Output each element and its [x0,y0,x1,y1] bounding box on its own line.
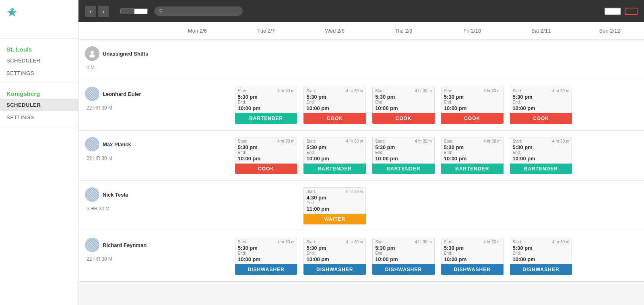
sidebar-nav-scheduler-konigsberg[interactable]: SCHEDULER [0,99,78,111]
shift-card[interactable]: Start:4 hr 30 m5:30 pmEnd:10:00 pmDISHWA… [510,238,572,275]
shift-info-row-start: Start:4 hr 30 m [238,89,295,93]
shift-role-label[interactable]: BARTENDER [510,164,572,174]
job-view-button[interactable] [134,8,148,14]
shift-end-time: 10:00 pm [238,156,295,162]
svg-point-3 [91,51,94,54]
shift-card[interactable]: Start:6 hr 30 m4:30 pmEnd:11:00 pmWAITER [303,187,366,224]
day-header-tue-2-7: Tue 2/7 [232,22,301,39]
end-label: End: [444,100,452,104]
day-header-wed-2-8: Wed 2/8 [300,22,369,39]
end-label: End: [238,251,246,255]
shift-role-label[interactable]: WAITER [303,214,366,224]
unpublish-week-button[interactable] [625,8,638,15]
shift-duration: 4 hr 30 m [415,89,432,93]
employee-hours: 22 HR 30 M [85,256,112,262]
next-week-button[interactable]: › [98,6,109,17]
shift-start-time: 4:30 pm [306,195,363,201]
shift-info-row-end: End: [375,251,432,255]
start-label: Start: [444,89,454,93]
shift-role-label[interactable]: DISHWASHER [372,264,435,275]
shift-cell-day-1: Start:4 hr 30 m5:30 pmEnd:10:00 pmBARTEN… [232,85,301,125]
shift-info-row-start: Start:4 hr 30 m [513,240,570,244]
day-header-fri-2-10: Fri 2/10 [438,22,507,39]
shift-role-label[interactable]: DISHWASHER [235,264,297,275]
end-label: End: [375,251,384,255]
shift-card[interactable]: Start:4 hr 30 m5:30 pmEnd:10:00 pmDISHWA… [235,238,297,275]
shift-info-row-start: Start:4 hr 30 m [306,240,363,244]
shift-end-time: 10:00 pm [444,256,501,262]
shift-card[interactable]: Start:4 hr 30 m5:30 pmEnd:10:00 pmBARTEN… [510,137,572,174]
shift-role-label[interactable]: COOK [510,113,572,124]
shift-role-label[interactable]: BARTENDER [235,113,297,124]
shift-card[interactable]: Start:4 hr 30 m5:30 pmEnd:10:00 pmCOOK [441,87,504,124]
shift-cell-day-5 [507,186,576,226]
shift-info-row-start: Start:4 hr 30 m [513,89,570,93]
shift-info-row-start: Start:4 hr 30 m [513,139,570,143]
shift-card[interactable]: Start:4 hr 30 m5:30 pmEnd:10:00 pmDISHWA… [441,238,504,275]
avatar [85,238,99,252]
shift-card[interactable]: Start:4 hr 30 m5:30 pmEnd:10:00 pmBARTEN… [372,137,435,174]
shift-start-time: 5:30 pm [513,144,570,150]
shift-card[interactable]: Start:4 hr 30 m5:30 pmEnd:10:00 pmCOOK [235,137,297,174]
shift-card[interactable]: Start:4 hr 30 m5:30 pmEnd:10:00 pmDISHWA… [303,238,366,275]
sidebar-nav-settings-st.-louis[interactable]: SETTINGS [0,67,78,79]
shift-card[interactable]: Start:4 hr 30 m5:30 pmEnd:10:00 pmBARTEN… [235,87,297,124]
topbar: ‹ › ⚲ [78,0,644,22]
shift-info-row-end: End: [513,100,570,104]
shift-duration: 4 hr 30 m [483,139,500,143]
avatar [85,87,99,101]
employee-header: Unassigned Shifts [85,46,148,61]
shift-info-row-end: End: [238,150,295,155]
shift-info-row-end: End: [306,201,363,205]
shift-card[interactable]: Start:4 hr 30 m5:30 pmEnd:10:00 pmBARTEN… [441,137,504,174]
shift-info: Start:4 hr 30 m5:30 pmEnd:10:00 pm [303,87,366,113]
shift-cell-day-2: Start:4 hr 30 m5:30 pmEnd:10:00 pmBARTEN… [300,135,369,176]
employee-view-button[interactable] [120,8,134,14]
sidebar-nav-scheduler-st.-louis[interactable]: SCHEDULER [0,54,78,67]
shift-card[interactable]: Start:4 hr 30 m5:30 pmEnd:10:00 pmBARTEN… [303,137,366,174]
shift-role-label[interactable]: COOK [235,164,297,174]
shift-role-label[interactable]: COOK [303,113,366,124]
shift-role-label[interactable]: DISHWASHER [303,264,366,275]
sidebar-divider [0,127,78,127]
schedule-grid: Mon 2/6Tue 2/7Wed 2/8Thu 2/9Fri 2/10Sat … [78,22,644,305]
create-shift-button[interactable] [605,8,621,15]
shift-info-row-start: Start:6 hr 30 m [306,189,363,194]
shift-duration: 4 hr 30 m [552,139,569,143]
shift-role-label[interactable]: COOK [372,113,435,124]
shift-info: Start:4 hr 30 m5:30 pmEnd:10:00 pm [510,238,572,264]
shift-end-time: 10:00 pm [513,105,570,111]
shift-info: Start:4 hr 30 m5:30 pmEnd:10:00 pm [372,137,435,164]
avatar [85,137,99,151]
shift-role-label[interactable]: BARTENDER [441,164,504,174]
shift-role-label[interactable]: BARTENDER [372,164,435,174]
employee-name: Richard Feynman [103,242,147,248]
shift-card[interactable]: Start:4 hr 30 m5:30 pmEnd:10:00 pmCOOK [510,87,572,124]
shift-info-row-end: End: [306,100,363,104]
shift-info: Start:6 hr 30 m4:30 pmEnd:11:00 pm [303,187,366,214]
shift-end-time: 10:00 pm [444,156,501,162]
shift-card[interactable]: Start:4 hr 30 m5:30 pmEnd:10:00 pmCOOK [303,87,366,124]
shift-role-label[interactable]: COOK [441,113,504,124]
shift-info-row-end: End: [238,100,295,104]
shift-end-time: 10:00 pm [306,256,363,262]
search-icon: ⚲ [159,8,163,14]
shift-cell-day-2: Start:4 hr 30 m5:30 pmEnd:10:00 pmCOOK [300,85,369,125]
header-spacer [78,22,163,39]
shift-role-label[interactable]: DISHWASHER [510,264,572,275]
shift-card[interactable]: Start:4 hr 30 m5:30 pmEnd:10:00 pmCOOK [372,87,435,124]
employee-name: Unassigned Shifts [103,51,148,57]
employee-name: Nick Tesla [103,192,128,198]
shift-card[interactable]: Start:4 hr 30 m5:30 pmEnd:10:00 pmDISHWA… [372,238,435,275]
shift-duration: 4 hr 30 m [552,240,569,244]
search-input[interactable] [165,8,238,14]
sidebar-nav-settings-konigsberg[interactable]: SETTINGS [0,111,78,124]
shift-duration: 4 hr 30 m [346,89,363,93]
shift-cell-day-1: Start:4 hr 30 m5:30 pmEnd:10:00 pmCOOK [232,135,301,176]
prev-week-button[interactable]: ‹ [85,6,96,17]
shift-role-label[interactable]: DISHWASHER [441,264,504,275]
shift-duration: 4 hr 30 m [346,139,363,143]
shift-role-label[interactable]: BARTENDER [303,164,366,174]
shift-cell-day-4: Start:4 hr 30 m5:30 pmEnd:10:00 pmDISHWA… [438,236,507,276]
employees-label [0,26,78,35]
